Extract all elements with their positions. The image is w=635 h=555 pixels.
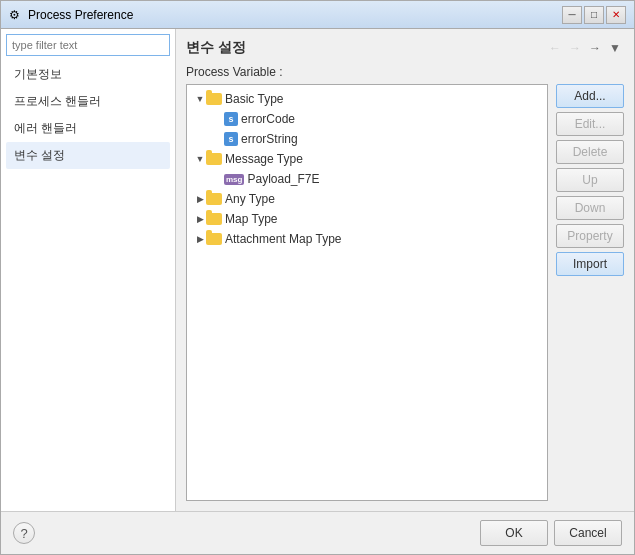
cancel-button[interactable]: Cancel	[554, 520, 622, 546]
folder-icon-any-type	[206, 192, 222, 206]
nav-arrows: ← → → ▼	[546, 39, 624, 57]
tree-item-map-type[interactable]: ▶ Map Type	[191, 209, 543, 229]
titlebar-buttons: ─ □ ✕	[562, 6, 626, 24]
titlebar-title: Process Preference	[28, 8, 133, 22]
edit-button[interactable]: Edit...	[556, 112, 624, 136]
tree-label-payload: Payload_F7E	[247, 172, 319, 186]
msg-badge-payload: msg	[224, 174, 244, 185]
toggle-message-type[interactable]: ▼	[194, 153, 206, 165]
folder-icon-message-type	[206, 152, 222, 166]
left-panel: 기본정보 프로세스 핸들러 에러 핸들러 변수 설정	[1, 29, 176, 511]
tree-label-message-type: Message Type	[225, 152, 303, 166]
tree-label-any-type: Any Type	[225, 192, 275, 206]
button-panel: Add... Edit... Delete Up Down Property I…	[556, 84, 624, 501]
titlebar-left: ⚙ Process Preference	[9, 8, 133, 22]
toggle-attachment-map-type[interactable]: ▶	[194, 233, 206, 245]
help-button[interactable]: ?	[13, 522, 35, 544]
right-header: 변수 설정 ← → → ▼	[186, 39, 624, 57]
delete-button[interactable]: Delete	[556, 140, 624, 164]
folder-icon-attachment-map-type	[206, 232, 222, 246]
titlebar: ⚙ Process Preference ─ □ ✕	[1, 1, 634, 29]
folder-icon-basic-type	[206, 92, 222, 106]
tree-label-error-string: errorString	[241, 132, 298, 146]
maximize-button[interactable]: □	[584, 6, 604, 24]
add-button[interactable]: Add...	[556, 84, 624, 108]
tree-item-error-string[interactable]: ▶ s errorString	[191, 129, 543, 149]
tree-item-payload[interactable]: ▶ msg Payload_F7E	[191, 169, 543, 189]
s-badge-error-code: s	[224, 112, 238, 126]
footer-buttons: OK Cancel	[480, 520, 622, 546]
tree-label-map-type: Map Type	[225, 212, 277, 226]
tree-label-attachment-map-type: Attachment Map Type	[225, 232, 342, 246]
forward-arrow-2[interactable]: →	[586, 39, 604, 57]
section-label: Process Variable :	[186, 65, 624, 79]
s-badge-error-string: s	[224, 132, 238, 146]
toggle-basic-type[interactable]: ▼	[194, 93, 206, 105]
sidebar-item-basic-info[interactable]: 기본정보	[6, 61, 170, 88]
filter-input[interactable]	[6, 34, 170, 56]
process-preference-dialog: ⚙ Process Preference ─ □ ✕ 기본정보 프로세스 핸들러…	[0, 0, 635, 555]
tree-item-attachment-map-type[interactable]: ▶ Attachment Map Type	[191, 229, 543, 249]
property-button[interactable]: Property	[556, 224, 624, 248]
footer: ? OK Cancel	[1, 511, 634, 554]
dropdown-arrow[interactable]: ▼	[606, 39, 624, 57]
tree-container[interactable]: ▼ Basic Type ▶ s errorCode ▶ s errorS	[186, 84, 548, 501]
main-area: ▼ Basic Type ▶ s errorCode ▶ s errorS	[186, 84, 624, 501]
forward-arrow-1[interactable]: →	[566, 39, 584, 57]
up-button[interactable]: Up	[556, 168, 624, 192]
tree-item-error-code[interactable]: ▶ s errorCode	[191, 109, 543, 129]
minimize-button[interactable]: ─	[562, 6, 582, 24]
toggle-any-type[interactable]: ▶	[194, 193, 206, 205]
sidebar-item-error-handler[interactable]: 에러 핸들러	[6, 115, 170, 142]
sidebar-item-process-handler[interactable]: 프로세스 핸들러	[6, 88, 170, 115]
sidebar-item-var-settings[interactable]: 변수 설정	[6, 142, 170, 169]
toggle-map-type[interactable]: ▶	[194, 213, 206, 225]
close-button[interactable]: ✕	[606, 6, 626, 24]
down-button[interactable]: Down	[556, 196, 624, 220]
tree-label-basic-type: Basic Type	[225, 92, 283, 106]
right-title: 변수 설정	[186, 39, 246, 57]
ok-button[interactable]: OK	[480, 520, 548, 546]
tree-item-message-type[interactable]: ▼ Message Type	[191, 149, 543, 169]
tree-item-any-type[interactable]: ▶ Any Type	[191, 189, 543, 209]
content-area: 기본정보 프로세스 핸들러 에러 핸들러 변수 설정 변수 설정 ← → → ▼…	[1, 29, 634, 511]
folder-icon-map-type	[206, 212, 222, 226]
tree-label-error-code: errorCode	[241, 112, 295, 126]
right-panel: 변수 설정 ← → → ▼ Process Variable : ▼ Basic…	[176, 29, 634, 511]
back-arrow[interactable]: ←	[546, 39, 564, 57]
app-icon: ⚙	[9, 8, 23, 22]
import-button[interactable]: Import	[556, 252, 624, 276]
tree-item-basic-type[interactable]: ▼ Basic Type	[191, 89, 543, 109]
